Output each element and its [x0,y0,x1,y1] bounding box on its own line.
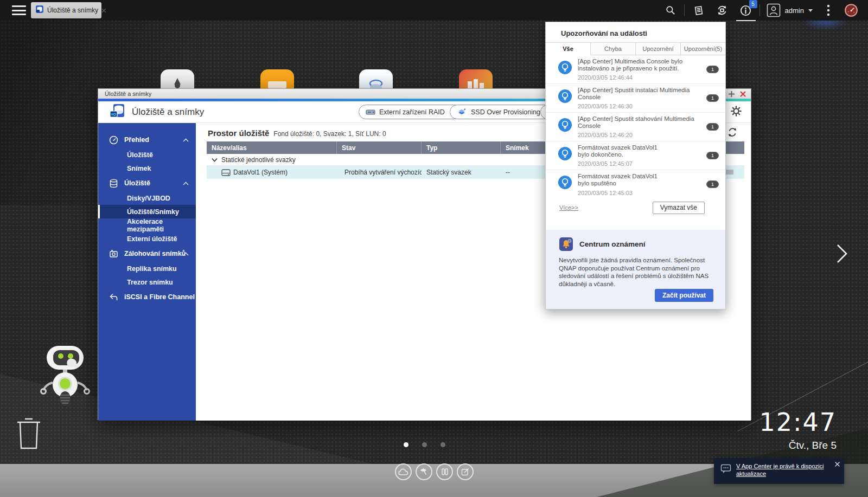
notifications-title: Upozorňování na události [546,22,725,42]
myqnapcloud-icon[interactable] [395,463,412,480]
notification-time: 2020/03/05 12:45:07 [578,160,662,167]
volume-icon [221,169,231,176]
sidebar-label: Úložiště/Snímky [127,208,179,216]
sidebar-item-prehled[interactable]: Přehled [98,132,196,148]
column-header-status[interactable]: Stav [337,141,422,154]
notification-item[interactable]: Formátovat svazek DataVol1 bylo dokončen… [546,141,725,170]
update-toast-link[interactable]: V App Center je právě k dispozici aktual… [736,462,828,484]
tab-warning[interactable]: Upozornění [636,43,681,55]
tab-all[interactable]: Vše [546,43,591,55]
active-panel-indicator [736,20,756,21]
tab-close-icon[interactable] [101,8,106,13]
column-header-name[interactable]: Název/alias [207,141,337,154]
sidebar-item-trezor[interactable]: Trezor snímku [98,275,196,289]
window-header-title: Úložiště a snímky [132,107,204,118]
page-dot-2[interactable] [422,442,427,447]
snapshot-camera-icon [109,249,118,259]
background-tasks-icon[interactable] [691,3,705,17]
external-raid-dropdown[interactable]: Externí zařízení RAID [359,105,462,119]
notification-text: Formátovat svazek DataVol1 bylo dokončen… [578,144,662,158]
storage-app-icon [35,5,44,16]
settings-gear-icon[interactable] [730,105,742,119]
clock-time: 12:47 [759,408,837,437]
sidebar-label: Externí úložiště [127,235,177,243]
notification-time: 2020/03/05 12:45:03 [578,190,662,197]
sidebar-item-iscsi[interactable]: iSCSI a Fibre Channel [98,289,196,305]
sidebar-item-disky-vjbod[interactable]: Disky/VJBOD [98,191,196,205]
refresh-icon[interactable] [726,126,738,140]
bottom-dock [395,463,474,480]
sidebar-item-uloziste-overview[interactable]: Úložiště [98,148,196,162]
start-using-button[interactable]: Začít používat [655,289,713,302]
sidebar-item-externi-uloziste[interactable]: Externí úložiště [98,232,196,246]
notification-count: 1 [706,123,719,131]
sidebar-item-uloziste[interactable]: Úložiště [98,175,196,191]
iscsi-arrow-icon [109,293,118,302]
sidebar-label: Přehled [124,136,149,144]
gauge-icon [109,135,118,145]
main-menu-button[interactable] [12,5,26,15]
next-page-chevron-icon[interactable] [834,243,850,267]
notification-item[interactable]: [App Center] Spustit stahování Multimedi… [546,113,725,141]
sidebar-label: iSCSI a Fibre Channel [124,293,195,301]
chevron-up-icon [183,252,189,256]
notification-count: 1 [706,180,719,188]
notification-center-title: Centrum oznámení [579,240,646,248]
dashboard-gauge-icon[interactable] [844,3,858,17]
tab-error[interactable]: Chyba [591,43,636,55]
taskbar-tab-storage[interactable]: Úložiště a snímky [31,2,101,18]
column-header-type[interactable]: Typ [422,141,501,154]
sidebar-item-uloziste-snimky[interactable]: Úložiště/Snímky [98,205,196,218]
content-meta: Fond úložiště: 0, Svazek: 1, Síť LUN: 0 [273,130,386,138]
journal-icon[interactable] [436,463,453,480]
clear-all-button[interactable]: Vymazat vše [653,202,705,214]
row-type: Statický svazek [426,169,471,176]
notification-item[interactable]: [App Center] Multimedia Console bylo ins… [546,55,725,84]
search-icon[interactable] [663,3,678,17]
page-dot-1[interactable] [404,442,409,447]
user-menu-caret-icon[interactable] [808,9,813,12]
content-title: Prostor úložiště [208,128,269,138]
user-avatar[interactable] [767,3,781,17]
info-bulb-icon [558,118,572,132]
tab-info[interactable]: Upozornění(5) [681,43,725,55]
page-dot-3[interactable] [441,442,445,447]
toast-close-icon[interactable] [834,460,840,469]
sidebar-item-snimek[interactable]: Snímek [98,162,196,175]
user-name[interactable]: admin [785,7,804,15]
row-snapshot: -- [506,169,510,176]
compose-note-icon[interactable] [457,463,474,480]
notification-count: 1 [706,152,719,159]
sidebar-item-zalohovani[interactable]: Zálohování snímků [98,246,196,262]
update-toast: V App Center je právě k dispozici aktual… [714,458,844,484]
sidebar-label: Úložiště [127,151,153,159]
row-name: DataVol1 (Systém) [233,169,288,176]
sidebar-label: Snímek [127,165,151,172]
notification-item[interactable]: Formátovat svazek DataVol1 bylo spuštěno… [546,170,725,199]
info-bulb-icon [558,89,572,104]
more-link[interactable]: Více>> [559,204,578,211]
sidebar-label: Trezor snímku [127,279,173,286]
notification-item[interactable]: [App Center] Spustit instalaci Multimedi… [546,84,725,113]
notification-center-icon [559,237,573,251]
notification-text: [App Center] Spustit instalaci Multimedi… [578,87,706,101]
notification-tabs: Vše Chyba Upozornění Upozornění(5) [546,42,725,55]
tools-icon[interactable] [416,463,432,480]
notifications-icon[interactable]: 5 [739,3,753,17]
sidebar-item-akcelerace[interactable]: Akcelerace mezipaměti [98,218,196,232]
notification-time: 2020/03/05 12:46:30 [578,103,706,110]
recycle-bin-icon[interactable] [15,415,42,452]
window-title: Úložiště a snímky [105,91,151,97]
qnap-robot-mascot [39,343,91,410]
notification-time: 2020/03/05 12:46:20 [578,132,706,139]
chevron-up-icon [183,182,189,185]
message-bubble-icon [720,464,731,474]
chevron-down-icon [212,158,218,162]
more-options-icon[interactable] [821,3,835,17]
sync-status-icon[interactable] [715,3,729,17]
desktop-page-dots [404,442,445,447]
storage-app-icon-large [109,103,125,121]
sidebar-item-replika[interactable]: Replika snímku [98,262,196,275]
info-bulb-icon [558,60,572,75]
notification-time: 2020/03/05 12:46:44 [578,74,706,81]
